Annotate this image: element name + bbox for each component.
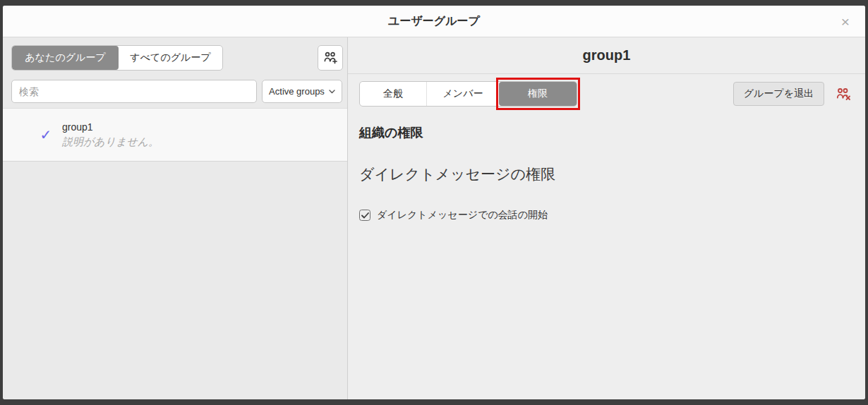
org-permissions-heading: 組織の権限 (359, 124, 854, 141)
group-detail-header: group1 (348, 37, 865, 74)
group-filter-dropdown[interactable]: Active groups (262, 80, 342, 103)
modal-titlebar: ユーザーグループ × (3, 6, 865, 37)
group-detail-tabrow: 全般 メンバー 権限 グループを退出 (348, 80, 865, 108)
tab-all-groups[interactable]: すべてのグループ (119, 46, 222, 70)
group-detail-panel: group1 全般 メンバー 権限 グループを退出 (348, 37, 865, 399)
close-icon[interactable]: × (841, 14, 850, 29)
tab-permissions-wrap: 権限 (499, 82, 577, 106)
user-groups-modal: ユーザーグループ × あなたのグループ すべてのグループ (3, 6, 865, 399)
group-scope-switcher: あなたのグループ すべてのグループ (11, 45, 223, 71)
dm-start-conversation-label: ダイレクトメッセージでの会話の開始 (377, 209, 548, 222)
group-actions: グループを退出 (733, 82, 851, 106)
create-group-button[interactable] (318, 45, 343, 71)
group-list-panel: あなたのグループ すべてのグループ (3, 37, 348, 399)
modal-body: あなたのグループ すべてのグループ (3, 37, 865, 399)
leave-group-button[interactable]: グループを退出 (733, 82, 824, 106)
group-name: group1 (62, 121, 159, 133)
group-description: 説明がありません。 (62, 135, 159, 149)
group-search-row: Active groups (3, 80, 347, 103)
chevron-down-icon (329, 90, 335, 94)
checkbox-checked-icon[interactable] (359, 210, 370, 221)
group-list-tabrow: あなたのグループ すべてのグループ (3, 37, 347, 71)
tab-general[interactable]: 全般 (360, 82, 426, 106)
permissions-content: 組織の権限 ダイレクトメッセージの権限 ダイレクトメッセージでの会話の開始 (348, 108, 865, 222)
modal-title: ユーザーグループ (388, 14, 480, 29)
group-search-input[interactable] (11, 80, 257, 103)
group-detail-switcher: 全般 メンバー 権限 (359, 81, 577, 107)
selected-check-icon: ✓ (3, 126, 62, 143)
dm-permissions-heading: ダイレクトメッセージの権限 (359, 164, 854, 184)
group-detail-title: group1 (583, 47, 631, 64)
dm-start-conversation-row[interactable]: ダイレクトメッセージでの会話の開始 (359, 209, 854, 222)
tab-your-groups[interactable]: あなたのグループ (12, 46, 119, 70)
tab-members[interactable]: メンバー (426, 82, 499, 106)
user-group-x-icon[interactable] (835, 87, 851, 102)
group-filter-value: Active groups (269, 86, 325, 97)
tab-permissions[interactable]: 権限 (499, 82, 577, 106)
user-group-plus-icon (323, 51, 338, 65)
group-list-item-text: group1 説明がありません。 (62, 121, 159, 149)
group-list-item-group1[interactable]: ✓ group1 説明がありません。 (3, 108, 347, 162)
